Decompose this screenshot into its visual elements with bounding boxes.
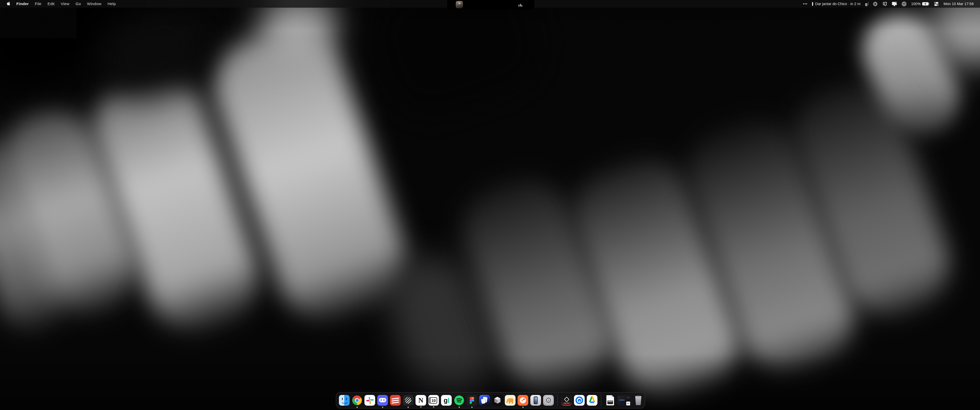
dock-1password[interactable]: [574, 395, 585, 406]
notion-calendar-badge-icon: 10: [626, 401, 630, 406]
running-indicator: [522, 407, 524, 408]
album-art-thumbnail[interactable]: [456, 1, 463, 8]
apple-menu[interactable]: [3, 1, 13, 6]
google-drive-icon: [587, 395, 597, 405]
menu-bar-status-area: ••• Dar jantar do Chico · in 2 m g: [801, 0, 980, 8]
running-indicator: [420, 407, 422, 408]
linear-icon: [405, 397, 411, 404]
dock-slack[interactable]: [364, 395, 375, 406]
gear-icon: ⚙: [545, 396, 552, 404]
menu-bar-clock[interactable]: Mon 10 Mar 17:58: [941, 0, 976, 8]
dock-minimized-window[interactable]: 10: [617, 395, 631, 406]
pick-shape-icon: [882, 2, 887, 6]
notch-media-widget: [447, 0, 535, 10]
dock-chrome[interactable]: [352, 395, 363, 406]
notion-icon: N: [418, 396, 423, 404]
dock-spotify[interactable]: [454, 395, 465, 406]
dock-elephant-app[interactable]: [505, 395, 515, 406]
running-indicator: [433, 407, 434, 408]
menu-help[interactable]: Help: [104, 0, 119, 8]
reminder-pill-icon: [812, 2, 813, 6]
dock: N 10 g: [336, 392, 645, 408]
menu-window[interactable]: Window: [84, 0, 104, 8]
dock-grammarly[interactable]: g: [441, 395, 452, 406]
dock-raycast[interactable]: raycast: [561, 395, 572, 406]
running-indicator: [471, 407, 473, 408]
dock-discord[interactable]: [377, 395, 388, 406]
discord-icon: [379, 398, 386, 402]
running-indicator: [458, 407, 460, 408]
running-indicator: [407, 407, 409, 408]
dock-black-cube-app[interactable]: [492, 395, 503, 406]
grammarly-cursor-icon: [868, 2, 869, 6]
dock-iphone-mirroring[interactable]: [530, 395, 541, 406]
dock-notion-calendar[interactable]: 10: [428, 395, 439, 406]
dock-finder[interactable]: [339, 395, 350, 406]
desktop-wallpaper: [0, 0, 980, 410]
status-grammarly[interactable]: g: [863, 0, 871, 8]
dock-blue-windows-app[interactable]: [479, 395, 490, 406]
status-pick-shape[interactable]: [880, 0, 889, 8]
running-indicator: [356, 407, 358, 408]
slack-icon: [369, 397, 370, 400]
menu-edit[interactable]: Edit: [45, 0, 58, 8]
raycast-icon: [564, 396, 569, 402]
display-mirroring-icon: [892, 2, 897, 6]
wallpaper-vignette: [0, 0, 980, 410]
notion-calendar-icon: 10: [430, 397, 438, 404]
grammarly-dock-icon: g: [444, 396, 448, 404]
reminder-text: Dar jantar do Chico · in 2 m: [815, 2, 860, 6]
one-password-icon: [902, 2, 907, 6]
audio-visualizer-bars[interactable]: [519, 4, 522, 6]
menu-bar-left: Finder File Edit View Go Window Help: [0, 0, 119, 8]
menu-go[interactable]: Go: [73, 0, 84, 8]
running-indicator: [382, 407, 383, 408]
dock-divider: [557, 394, 558, 406]
flower-gear-icon: [873, 2, 878, 6]
status-reminder-item[interactable]: Dar jantar do Chico · in 2 m: [810, 0, 862, 8]
dock-figma[interactable]: [466, 395, 477, 406]
status-1password[interactable]: [899, 0, 909, 8]
grammarly-cursor-bar: [448, 398, 449, 403]
dock-todoist[interactable]: [390, 395, 401, 406]
dock-document-file[interactable]: [605, 395, 616, 406]
menu-file[interactable]: File: [32, 0, 45, 8]
grammarly-icon: g: [865, 2, 867, 6]
apple-logo-icon: [7, 1, 10, 6]
dock-trash[interactable]: [633, 395, 644, 406]
menu-finder[interactable]: Finder: [13, 0, 32, 8]
todoist-icon: [391, 397, 399, 399]
menu-view[interactable]: View: [58, 0, 73, 8]
cube-3d-icon: [492, 395, 503, 406]
battery-percent: 100%: [911, 2, 921, 6]
battery-icon: [922, 2, 929, 6]
raycast-label: raycast: [563, 402, 570, 404]
status-battery[interactable]: 100%: [909, 0, 932, 8]
status-flower-gear[interactable]: [870, 0, 880, 8]
control-center-icon: [934, 2, 939, 6]
dock-notion[interactable]: N: [415, 395, 426, 406]
status-display-mirroring[interactable]: [889, 0, 899, 8]
dock-linear[interactable]: [403, 395, 414, 406]
dock-system-settings[interactable]: ⚙: [543, 395, 554, 406]
status-control-center[interactable]: [932, 0, 941, 8]
status-overflow-button[interactable]: •••: [801, 0, 810, 8]
trash-icon: [633, 395, 644, 406]
figma-icon: [469, 397, 472, 399]
dock-postman[interactable]: [517, 395, 528, 406]
dock-google-drive[interactable]: [587, 395, 597, 406]
